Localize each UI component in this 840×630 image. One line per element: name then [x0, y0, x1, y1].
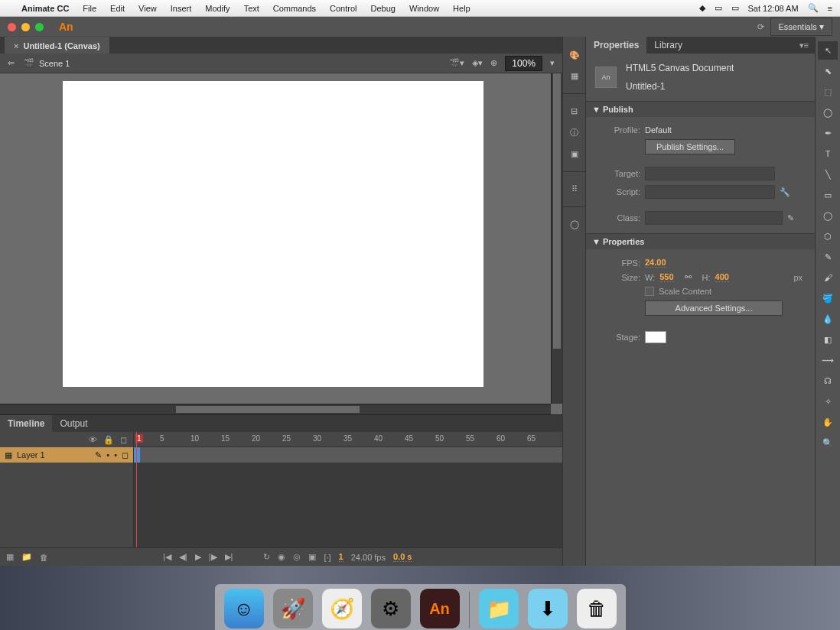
- notification-icon[interactable]: ◆: [699, 3, 705, 13]
- tab-timeline[interactable]: Timeline: [0, 415, 52, 432]
- paint-bucket-tool[interactable]: 🪣: [818, 289, 838, 307]
- frames-area[interactable]: 1 5 10 15 20 25 30 35 40 45 50 55: [134, 432, 562, 547]
- outline-icon[interactable]: ◻: [120, 435, 127, 445]
- dock-settings[interactable]: ⚙: [371, 589, 411, 628]
- tab-output[interactable]: Output: [52, 415, 95, 432]
- rectangle-tool[interactable]: ▭: [818, 186, 838, 204]
- horizontal-scrollbar[interactable]: [0, 404, 551, 414]
- zoom-dropdown-icon[interactable]: ▾: [550, 58, 555, 68]
- edit-scene-icon[interactable]: 🎬▾: [449, 58, 464, 68]
- spotlight-icon[interactable]: 🔍: [808, 3, 819, 13]
- vertical-scrollbar[interactable]: [551, 73, 562, 404]
- subselection-tool[interactable]: ⬉: [818, 62, 838, 80]
- center-stage-icon[interactable]: ⊕: [490, 58, 497, 68]
- loop-icon[interactable]: ↻: [263, 552, 270, 562]
- sync-icon[interactable]: ⟳: [757, 22, 764, 32]
- layer-name[interactable]: Layer 1: [17, 450, 45, 460]
- menu-control[interactable]: Control: [330, 4, 357, 13]
- menu-debug[interactable]: Debug: [371, 4, 396, 13]
- scale-content-checkbox[interactable]: [645, 287, 654, 296]
- swatches-icon[interactable]: ▦: [571, 71, 578, 81]
- stage-color-swatch[interactable]: [645, 331, 666, 343]
- clock[interactable]: Sat 12:08 AM: [748, 4, 799, 13]
- transform-icon[interactable]: ▣: [571, 149, 578, 159]
- app-name[interactable]: Animate CC: [21, 4, 69, 13]
- onion-skin-icon[interactable]: ◉: [278, 552, 285, 562]
- align-icon[interactable]: ⊟: [571, 106, 578, 116]
- dock-animate[interactable]: An: [420, 589, 460, 628]
- first-frame-icon[interactable]: |◀: [163, 552, 171, 562]
- menu-edit[interactable]: Edit: [110, 4, 125, 13]
- scene-name[interactable]: Scene 1: [39, 59, 70, 68]
- step-fwd-icon[interactable]: |▶: [209, 552, 217, 562]
- properties-header[interactable]: ▼ Properties: [586, 234, 815, 249]
- new-layer-icon[interactable]: ▦: [6, 552, 14, 562]
- bone-tool[interactable]: ☊: [818, 372, 838, 390]
- display-icon[interactable]: ▭: [715, 3, 722, 13]
- dock-safari[interactable]: 🧭: [322, 589, 362, 628]
- menu-window[interactable]: Window: [409, 4, 439, 13]
- tab-properties[interactable]: Properties: [586, 37, 646, 54]
- playhead[interactable]: [136, 432, 137, 547]
- oval-tool[interactable]: ◯: [818, 206, 838, 225]
- tab-library[interactable]: Library: [646, 37, 690, 54]
- step-back-icon[interactable]: ◀|: [179, 552, 187, 562]
- line-tool[interactable]: ╲: [818, 165, 838, 183]
- advanced-settings-button[interactable]: Advanced Settings...: [645, 300, 783, 316]
- document-tab[interactable]: ×Untitled-1 (Canvas): [5, 37, 109, 54]
- frame-ruler[interactable]: 1 5 10 15 20 25 30 35 40 45 50 55: [134, 432, 562, 447]
- stage-area[interactable]: [0, 73, 562, 414]
- menu-help[interactable]: Help: [453, 4, 470, 13]
- dock-trash[interactable]: 🗑: [577, 589, 617, 628]
- battery-icon[interactable]: ▭: [731, 3, 739, 13]
- text-tool[interactable]: T: [818, 145, 838, 163]
- last-frame-icon[interactable]: ▶|: [225, 552, 233, 562]
- lock-icon[interactable]: 🔒: [103, 435, 114, 445]
- menu-view[interactable]: View: [138, 4, 157, 13]
- marker-icon[interactable]: [·]: [324, 553, 330, 562]
- dock-folder[interactable]: 📁: [479, 589, 519, 628]
- selection-tool[interactable]: ↖: [818, 41, 838, 60]
- minimize-button[interactable]: [21, 23, 30, 31]
- pencil-tool[interactable]: ✎: [818, 248, 838, 266]
- eraser-tool[interactable]: ◧: [818, 330, 838, 349]
- panel-menu-icon[interactable]: ▾≡: [799, 41, 815, 50]
- menu-insert[interactable]: Insert: [171, 4, 192, 13]
- zoom-tool[interactable]: 🔍: [818, 434, 838, 452]
- current-frame[interactable]: 1: [339, 552, 343, 562]
- eyedropper-tool[interactable]: 💧: [818, 310, 838, 328]
- edit-multiple-icon[interactable]: ▣: [308, 552, 316, 562]
- fps-field[interactable]: 24.00: [645, 258, 666, 268]
- hand-tool[interactable]: ✋: [818, 413, 838, 431]
- close-tab-icon[interactable]: ×: [14, 41, 18, 50]
- pen-tool[interactable]: ✒: [818, 124, 838, 142]
- width-field[interactable]: 550: [659, 272, 673, 282]
- menu-file[interactable]: File: [83, 4, 96, 13]
- info-icon[interactable]: ⓘ: [570, 127, 578, 138]
- edit-symbol-icon[interactable]: ◈▾: [472, 58, 483, 68]
- dock-downloads[interactable]: ⬇: [528, 589, 568, 628]
- snippets-icon[interactable]: ⠿: [571, 184, 578, 194]
- zoom-field[interactable]: 100%: [505, 56, 542, 71]
- back-icon[interactable]: ⇐: [8, 58, 15, 68]
- dock-finder[interactable]: ☺: [224, 589, 264, 628]
- lasso-tool[interactable]: ◯: [818, 103, 838, 122]
- menu-commands[interactable]: Commands: [273, 4, 316, 13]
- delete-layer-icon[interactable]: 🗑: [40, 553, 48, 562]
- close-button[interactable]: [8, 23, 16, 31]
- menu-icon[interactable]: ≡: [828, 4, 832, 13]
- dock-launchpad[interactable]: 🚀: [273, 589, 313, 628]
- publish-settings-button[interactable]: Publish Settings...: [645, 139, 735, 154]
- stage-canvas[interactable]: [63, 81, 483, 387]
- workspace-switcher[interactable]: Essentials ▾: [770, 18, 832, 36]
- menu-modify[interactable]: Modify: [205, 4, 230, 13]
- polystar-tool[interactable]: ⬡: [818, 227, 838, 245]
- link-size-icon[interactable]: ⚯: [685, 272, 692, 282]
- menu-text[interactable]: Text: [244, 4, 259, 13]
- color-panel-icon[interactable]: 🎨: [569, 50, 580, 60]
- height-field[interactable]: 400: [715, 272, 729, 282]
- publish-header[interactable]: ▼ Publish: [586, 102, 815, 117]
- width-tool[interactable]: ⟿: [818, 351, 838, 369]
- visibility-icon[interactable]: 👁: [89, 435, 97, 444]
- layer-row[interactable]: ▦ Layer 1 ✎ ••◻: [0, 447, 133, 463]
